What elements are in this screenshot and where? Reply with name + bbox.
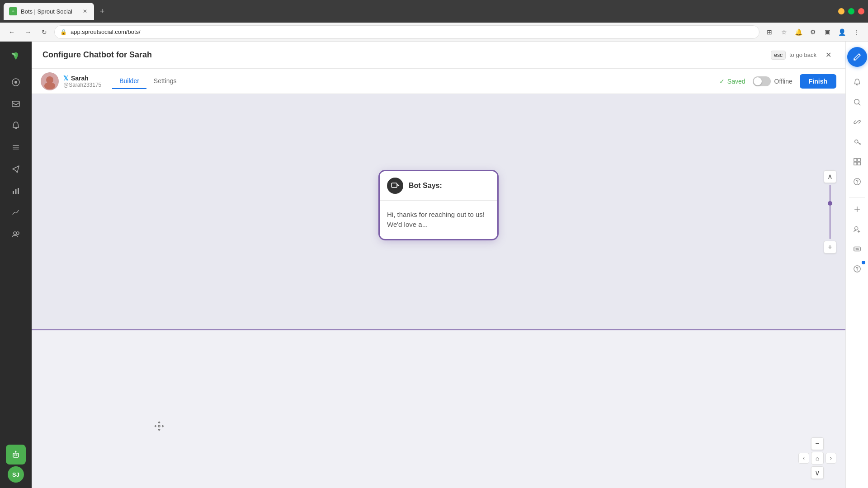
user-avatar[interactable]: SJ [8,466,24,483]
sidebar-item-inbox[interactable] [6,94,26,114]
svg-point-21 [158,425,160,427]
back-button[interactable]: ← [5,26,18,38]
bot-node-card[interactable]: Bot Says: Hi, thanks for reaching out to… [380,171,497,239]
right-search-button[interactable] [849,94,865,110]
svg-point-23 [854,140,858,143]
main-content: Configure Chatbot for Sarah esc to go ba… [32,42,845,488]
window-close[interactable] [858,8,864,14]
offline-toggle[interactable] [753,76,771,86]
sidebar-item-dashboard[interactable] [6,72,26,92]
svg-rect-13 [13,453,19,457]
svg-point-12 [16,232,19,235]
offline-label: Offline [774,78,793,85]
svg-rect-10 [18,188,19,194]
svg-point-16 [15,451,17,452]
canvas-area[interactable]: Bot Says: Hi, thanks for reaching out to… [32,94,845,488]
address-bar[interactable]: 🔒 app.sproutsocial.com/bots/ [54,25,760,39]
nav-prev-button[interactable]: ‹ [798,453,809,464]
sidebar-item-analytics[interactable] [6,181,26,201]
url-display: app.sproutsocial.com/bots/ [71,28,141,35]
right-key-button[interactable] [849,134,865,150]
tab-bar: Bots | Sprout Social ✕ + [0,0,868,23]
window-minimize[interactable] [838,8,844,14]
bot-node-header: Bot Says: [380,171,497,201]
offline-toggle-wrapper: Offline [753,76,793,86]
tab-title: Bots | Sprout Social [21,8,78,15]
svg-rect-5 [13,145,19,146]
profile-icon[interactable]: 🔔 [792,26,805,38]
zoom-plus-button[interactable]: + [824,241,836,253]
sprout-logo[interactable] [7,47,25,65]
menu-icon[interactable]: ⋮ [850,26,863,38]
sidebar-item-bots[interactable] [6,445,26,465]
tab-builder[interactable]: Builder [112,74,146,89]
new-tab-button[interactable]: + [96,5,108,18]
sidebar-toggle[interactable]: ▣ [821,26,834,38]
svg-point-33 [857,270,857,271]
zoom-slider-container[interactable] [830,185,830,239]
saved-indicator: ✓ Saved [719,78,745,85]
header-actions: esc to go back ✕ [771,49,835,61]
zoom-minus-button[interactable]: − [811,437,824,450]
right-help2-button[interactable] [849,261,865,277]
finish-button[interactable]: Finish [800,74,836,89]
esc-key: esc [771,51,786,60]
svg-rect-4 [12,101,19,107]
nav-next-button[interactable]: › [826,453,836,464]
close-button[interactable]: ✕ [822,49,835,61]
puzzle-icon[interactable]: ⚙ [807,26,819,38]
toolbar-right: ✓ Saved Offline Finish [719,74,836,89]
window-maximize[interactable] [848,8,854,14]
saved-label: Saved [727,78,745,85]
svg-rect-26 [854,162,856,165]
right-keyboard-button[interactable] [849,241,865,257]
tab-settings[interactable]: Settings [146,74,184,89]
canvas-lower: − ‹ ⌂ › ∨ [32,330,845,488]
svg-point-22 [854,99,859,104]
right-notifications-button[interactable] [849,74,865,90]
sidebar-bottom: SJ [6,445,26,483]
account-icon[interactable]: 👤 [835,26,848,38]
sidebar-item-tasks[interactable] [6,137,26,157]
tab-favicon [9,7,17,15]
home-button[interactable]: ⌂ [811,452,824,465]
twitter-icon: 𝕏 [63,75,68,82]
svg-point-32 [854,266,860,272]
tab-close-button[interactable]: ✕ [81,8,89,15]
right-help-button[interactable] [849,174,865,190]
right-link-button[interactable] [849,114,865,130]
bot-node-title: Bot Says: [409,182,442,190]
forward-button[interactable]: → [22,26,34,38]
toolbar-actions: ⊞ ☆ 🔔 ⚙ ▣ 👤 ⋮ [763,26,863,38]
right-user-add-button[interactable] [849,221,865,237]
divider [849,197,865,197]
bot-avatar [41,72,59,90]
move-cursor-icon [154,421,165,434]
saved-checkmark: ✓ [719,78,725,85]
svg-point-15 [16,455,18,456]
refresh-button[interactable]: ↻ [38,26,51,38]
svg-point-11 [14,232,16,235]
bot-name: 𝕏 Sarah [63,75,101,82]
compose-fab[interactable] [847,47,867,67]
right-grid-button[interactable] [849,154,865,170]
sidebar-item-groups[interactable] [6,224,26,244]
browser-tab-active[interactable]: Bots | Sprout Social ✕ [4,3,94,20]
bookmark-icon[interactable]: ☆ [778,26,790,38]
sidebar-item-reports[interactable] [6,202,26,222]
help-dot-indicator [862,261,865,264]
svg-rect-20 [392,183,397,188]
sidebar-item-notifications[interactable] [6,116,26,136]
app-container: SJ Configure Chatbot for Sarah esc to go… [0,42,868,488]
zoom-controls: ∧ + [824,170,836,253]
extensions-icon[interactable]: ⊞ [763,26,776,38]
canvas-upper: Bot Says: Hi, thanks for reaching out to… [32,94,845,330]
sidebar-item-publishing[interactable] [6,159,26,179]
zoom-up-button[interactable]: ∧ [824,170,836,183]
right-add-button[interactable] [849,201,865,217]
zoom-slider-track[interactable] [830,185,830,239]
zoom-down-button[interactable]: ∨ [811,466,824,479]
esc-hint-text: to go back [789,52,816,58]
svg-point-3 [14,81,17,84]
svg-point-29 [857,183,857,183]
